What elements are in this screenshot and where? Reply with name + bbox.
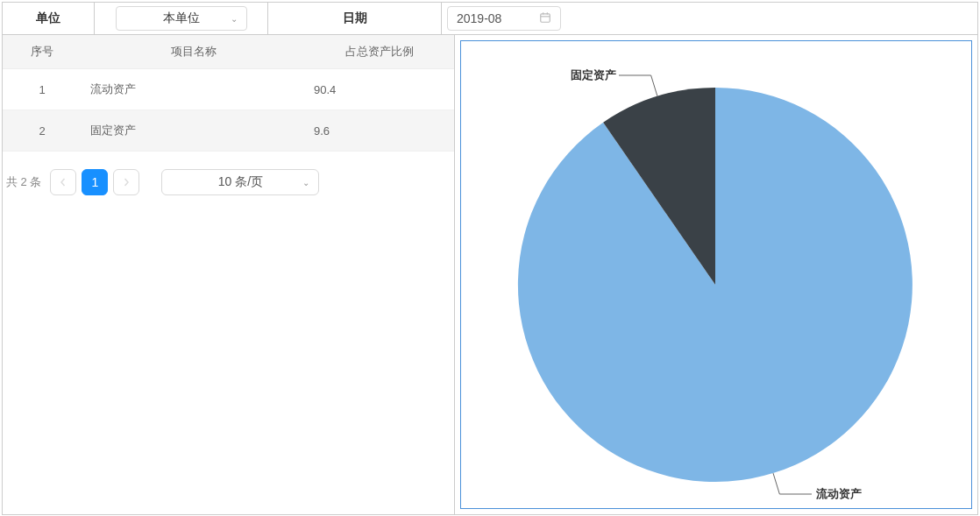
table-row[interactable]: 1 流动资产 90.4 <box>3 69 454 110</box>
col-index: 序号 <box>3 35 82 69</box>
unit-select-value: 本单位 <box>163 11 200 26</box>
col-ratio: 占总资产比例 <box>305 35 454 69</box>
cell-index: 1 <box>3 69 82 110</box>
cell-name: 固定资产 <box>82 110 305 152</box>
chart-panel: 固定资产 流动资产 <box>455 35 977 514</box>
cell-ratio: 90.4 <box>305 69 454 110</box>
pagination-total: 共 2 条 <box>6 174 41 190</box>
page-prev-button[interactable] <box>50 169 76 195</box>
col-name: 项目名称 <box>82 35 305 69</box>
unit-select[interactable]: 本单位 ⌄ <box>116 6 247 31</box>
page-next-button[interactable] <box>113 169 139 195</box>
chevron-down-icon: ⌄ <box>302 178 309 187</box>
cell-index: 2 <box>3 110 82 152</box>
chevron-right-icon <box>122 178 131 187</box>
calendar-icon <box>539 11 551 26</box>
date-label: 日期 <box>268 3 442 34</box>
page-number-button[interactable]: 1 <box>82 169 108 195</box>
pie-label-liquid: 流动资产 <box>816 486 862 502</box>
page-size-label: 10 条/页 <box>218 174 263 190</box>
filter-bar: 单位 本单位 ⌄ 日期 2019-08 <box>2 2 978 35</box>
svg-rect-0 <box>541 13 550 21</box>
cell-ratio: 9.6 <box>305 110 454 152</box>
data-table: 序号 项目名称 占总资产比例 1 流动资产 90.4 2 固定资产 9.6 <box>3 35 454 152</box>
pie-chart: 固定资产 流动资产 <box>460 40 972 509</box>
leader-line <box>619 75 657 96</box>
chevron-left-icon <box>59 178 67 187</box>
page-size-select[interactable]: 10 条/页 ⌄ <box>161 169 319 195</box>
leader-line <box>773 473 812 494</box>
pagination: 共 2 条 1 10 条/页 ⌄ <box>3 152 454 199</box>
left-panel: 序号 项目名称 占总资产比例 1 流动资产 90.4 2 固定资产 9.6 <box>3 35 455 514</box>
table-row[interactable]: 2 固定资产 9.6 <box>3 110 454 152</box>
cell-name: 流动资产 <box>82 69 305 110</box>
date-value: 2019-08 <box>457 11 539 25</box>
date-picker[interactable]: 2019-08 <box>447 6 561 31</box>
chevron-down-icon: ⌄ <box>231 14 238 24</box>
unit-label: 单位 <box>3 3 95 34</box>
pie-label-fixed: 固定资产 <box>571 67 616 83</box>
